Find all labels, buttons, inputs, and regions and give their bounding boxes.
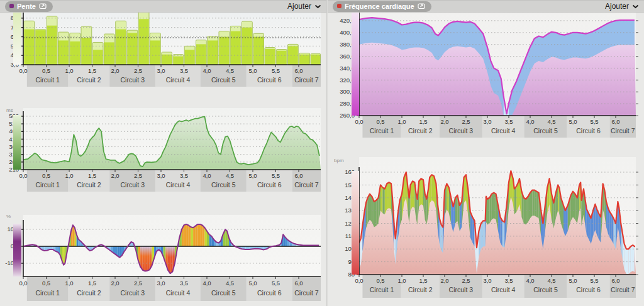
svg-text:2,5: 2,5 bbox=[462, 118, 470, 125]
svg-text:4,0: 4,0 bbox=[526, 277, 534, 284]
svg-text:Circuit 1: Circuit 1 bbox=[35, 76, 60, 84]
svg-text:1,0: 1,0 bbox=[397, 118, 406, 125]
svg-text:2,5: 2,5 bbox=[462, 277, 470, 284]
svg-text:5,5: 5,5 bbox=[590, 277, 598, 284]
pente-ajouter-dropdown[interactable]: Ajouter bbox=[287, 2, 321, 11]
hr-title-pill[interactable]: Fréquence cardiaque bbox=[333, 1, 431, 12]
svg-text:3,0: 3,0 bbox=[483, 277, 491, 284]
ajouter-label: Ajouter bbox=[605, 2, 629, 11]
svg-text:bpm: bpm bbox=[334, 158, 344, 163]
svg-text:5,5: 5,5 bbox=[272, 172, 280, 179]
svg-text:Circuit 1: Circuit 1 bbox=[35, 181, 60, 189]
svg-text:Circuit 3: Circuit 3 bbox=[120, 181, 145, 189]
hr-ajouter-dropdown[interactable]: Ajouter bbox=[605, 2, 639, 11]
svg-text:Circuit 2: Circuit 2 bbox=[408, 286, 433, 293]
svg-text:6,0: 6,0 bbox=[294, 280, 303, 287]
svg-text:2,0: 2,0 bbox=[111, 172, 119, 179]
pente-title: Pente bbox=[17, 2, 36, 11]
svg-text:Circuit 5: Circuit 5 bbox=[211, 76, 236, 84]
pente-legend-dot bbox=[9, 4, 14, 8]
speed-bar-chart[interactable]: Circuit 1Circuit 2Circuit 3Circuit 4Circ… bbox=[0, 0, 326, 90]
svg-text:2,5: 2,5 bbox=[134, 280, 142, 287]
svg-text:1,5: 1,5 bbox=[88, 280, 96, 287]
ajouter-label: Ajouter bbox=[287, 2, 311, 11]
svg-text:Circuit 6: Circuit 6 bbox=[576, 127, 601, 134]
svg-text:5,0: 5,0 bbox=[248, 172, 257, 179]
svg-text:Circuit 7: Circuit 7 bbox=[294, 76, 319, 84]
svg-text:6,0: 6,0 bbox=[294, 172, 303, 179]
ground-contact-chart[interactable]: Circuit 1Circuit 2Circuit 3Circuit 4Circ… bbox=[0, 106, 326, 197]
svg-text:0,0: 0,0 bbox=[19, 280, 27, 287]
svg-text:Circuit 5: Circuit 5 bbox=[211, 181, 236, 189]
svg-text:4,5: 4,5 bbox=[226, 280, 234, 287]
altitude-chart[interactable]: Circuit 1Circuit 2Circuit 3Circuit 4Circ… bbox=[328, 0, 644, 139]
pente-title-pill[interactable]: Pente bbox=[5, 1, 53, 12]
svg-text:0,5: 0,5 bbox=[42, 280, 50, 287]
hr-legend-dot bbox=[337, 4, 341, 8]
svg-text:4,0: 4,0 bbox=[203, 172, 211, 179]
svg-text:2,0: 2,0 bbox=[440, 277, 448, 284]
svg-text:Circuit 5: Circuit 5 bbox=[533, 127, 558, 134]
svg-text:Circuit 3: Circuit 3 bbox=[449, 286, 474, 293]
svg-text:2,0: 2,0 bbox=[440, 118, 448, 125]
svg-text:1,5: 1,5 bbox=[88, 172, 96, 179]
svg-text:4,0: 4,0 bbox=[203, 280, 211, 287]
svg-text:Circuit 6: Circuit 6 bbox=[576, 286, 601, 293]
pente-chart-header: Pente Ajouter bbox=[0, 0, 326, 13]
svg-text:Circuit 7: Circuit 7 bbox=[294, 181, 319, 189]
popout-icon bbox=[418, 3, 426, 9]
svg-text:6,0: 6,0 bbox=[294, 67, 303, 74]
svg-text:ms: ms bbox=[6, 107, 13, 113]
svg-text:Circuit 6: Circuit 6 bbox=[257, 76, 282, 84]
svg-text:Circuit 5: Circuit 5 bbox=[211, 289, 236, 297]
svg-text:Circuit 4: Circuit 4 bbox=[166, 76, 191, 84]
svg-text:Circuit 2: Circuit 2 bbox=[77, 289, 101, 297]
svg-text:3,5: 3,5 bbox=[504, 118, 513, 125]
svg-text:3,0: 3,0 bbox=[157, 67, 165, 74]
svg-text:Circuit 2: Circuit 2 bbox=[408, 127, 433, 134]
svg-text:4,5: 4,5 bbox=[226, 67, 234, 74]
svg-text:Circuit 6: Circuit 6 bbox=[257, 289, 282, 297]
svg-text:5,0: 5,0 bbox=[248, 67, 257, 74]
chevron-down-icon bbox=[632, 4, 639, 9]
svg-text:2,0: 2,0 bbox=[111, 67, 119, 74]
svg-text:Circuit 4: Circuit 4 bbox=[166, 181, 191, 189]
svg-text:3,0: 3,0 bbox=[157, 172, 165, 179]
svg-text:Circuit 3: Circuit 3 bbox=[120, 76, 145, 84]
hr-title: Fréquence cardiaque bbox=[345, 2, 414, 11]
svg-text:Circuit 4: Circuit 4 bbox=[491, 286, 516, 293]
svg-text:Circuit 6: Circuit 6 bbox=[257, 181, 282, 189]
svg-text:5,0: 5,0 bbox=[569, 277, 577, 284]
heart-rate-chart[interactable]: Circuit 1Circuit 2Circuit 3Circuit 4Circ… bbox=[328, 155, 644, 306]
svg-text:Circuit 1: Circuit 1 bbox=[35, 289, 60, 297]
training-analysis-page: Circuit 1Circuit 2Circuit 3Circuit 4Circ… bbox=[0, 0, 644, 306]
svg-text:5,5: 5,5 bbox=[272, 67, 280, 74]
svg-text:4,0: 4,0 bbox=[203, 67, 211, 74]
svg-text:1,5: 1,5 bbox=[419, 118, 427, 125]
svg-text:5,5: 5,5 bbox=[272, 280, 280, 287]
svg-text:3,5: 3,5 bbox=[180, 172, 188, 179]
svg-text:6,0: 6,0 bbox=[611, 277, 619, 284]
svg-text:Circuit 7: Circuit 7 bbox=[294, 289, 319, 297]
hr-chart-header: Fréquence cardiaque Ajouter bbox=[328, 0, 644, 13]
svg-text:3,5: 3,5 bbox=[504, 277, 513, 284]
svg-text:3,0: 3,0 bbox=[157, 280, 165, 287]
svg-text:Circuit 7: Circuit 7 bbox=[611, 127, 635, 134]
svg-text:3,0: 3,0 bbox=[483, 118, 491, 125]
slope-chart[interactable]: Circuit 1Circuit 2Circuit 3Circuit 4Circ… bbox=[0, 212, 326, 306]
svg-text:6,0: 6,0 bbox=[611, 118, 619, 125]
svg-text:0,0: 0,0 bbox=[355, 277, 363, 284]
svg-text:1,0: 1,0 bbox=[65, 67, 73, 74]
svg-text:1,5: 1,5 bbox=[419, 277, 427, 284]
svg-text:4,5: 4,5 bbox=[226, 172, 234, 179]
svg-text:0,5: 0,5 bbox=[42, 172, 50, 179]
svg-text:Circuit 4: Circuit 4 bbox=[491, 127, 516, 134]
svg-text:0,0: 0,0 bbox=[19, 172, 27, 179]
svg-text:4,5: 4,5 bbox=[547, 118, 555, 125]
svg-text:0,0: 0,0 bbox=[355, 118, 363, 125]
svg-text:Circuit 5: Circuit 5 bbox=[533, 286, 558, 293]
chevron-down-icon bbox=[314, 4, 321, 9]
svg-text:1,0: 1,0 bbox=[397, 277, 406, 284]
svg-text:2,0: 2,0 bbox=[111, 280, 119, 287]
svg-text:3,5: 3,5 bbox=[180, 67, 188, 74]
